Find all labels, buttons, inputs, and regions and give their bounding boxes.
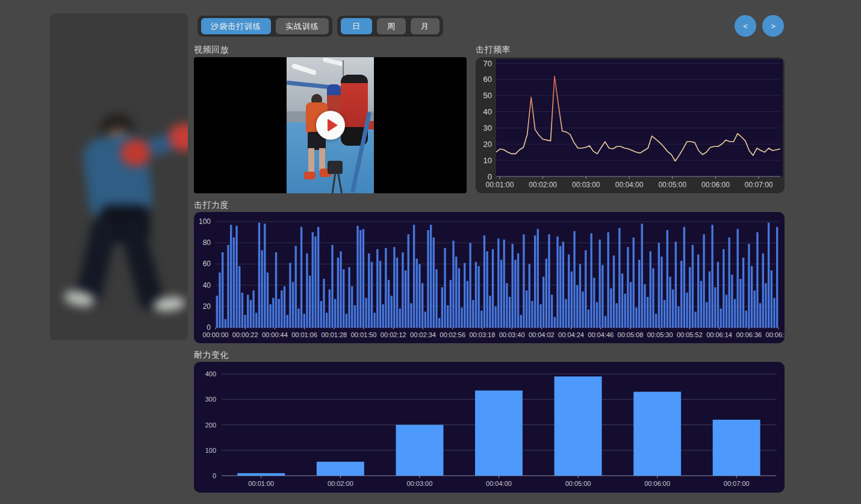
svg-text:70: 70 [483, 59, 492, 68]
svg-text:00:00:22: 00:00:22 [232, 331, 258, 338]
svg-text:00:03:00: 00:03:00 [572, 181, 600, 189]
svg-text:40: 40 [483, 107, 492, 116]
svg-text:20: 20 [203, 302, 211, 311]
video-section-title: 视频回放 [194, 45, 229, 55]
svg-text:00:02:00: 00:02:00 [529, 181, 557, 189]
force-chart: 02040608010000:00:0000:00:2200:00:4400:0… [194, 212, 785, 343]
svg-text:00:00:44: 00:00:44 [262, 331, 288, 338]
svg-text:00:04:00: 00:04:00 [615, 181, 644, 189]
svg-text:00:04:46: 00:04:46 [588, 331, 614, 338]
svg-text:00:04:24: 00:04:24 [558, 331, 584, 338]
tab-combat-training[interactable]: 实战训练 [276, 18, 329, 34]
svg-text:00:02:34: 00:02:34 [410, 331, 436, 338]
svg-text:00:06:00: 00:06:00 [644, 480, 670, 487]
svg-text:20: 20 [483, 140, 492, 149]
svg-text:00:02:00: 00:02:00 [328, 480, 353, 487]
svg-text:30: 30 [483, 123, 492, 132]
svg-text:00:02:56: 00:02:56 [440, 331, 465, 338]
svg-text:00:01:00: 00:01:00 [486, 181, 514, 189]
svg-text:00:06:36: 00:06:36 [736, 331, 762, 338]
svg-text:00:01:00: 00:01:00 [248, 480, 274, 487]
svg-text:00:05:08: 00:05:08 [618, 331, 644, 338]
svg-text:00:03:00: 00:03:00 [407, 480, 433, 487]
chevron-right-icon: > [771, 22, 776, 31]
svg-text:00:04:00: 00:04:00 [486, 480, 512, 487]
svg-text:100: 100 [205, 447, 216, 454]
svg-text:00:05:30: 00:05:30 [647, 331, 673, 338]
tab-month[interactable]: 月 [411, 18, 440, 34]
svg-text:0: 0 [488, 172, 492, 181]
svg-text:10: 10 [483, 156, 492, 165]
svg-text:00:06:58: 00:06:58 [766, 331, 785, 338]
endurance-section-title: 耐力变化 [194, 350, 229, 361]
svg-text:00:03:18: 00:03:18 [469, 331, 495, 338]
svg-text:00:07:00: 00:07:00 [724, 480, 750, 487]
tab-sandbag-training[interactable]: 沙袋击打训练 [201, 18, 271, 34]
svg-text:300: 300 [205, 396, 216, 403]
period-tabs: 日 周 月 [337, 16, 443, 37]
svg-text:00:02:12: 00:02:12 [381, 331, 406, 338]
svg-text:00:06:00: 00:06:00 [701, 181, 730, 189]
svg-text:00:05:00: 00:05:00 [658, 181, 686, 189]
endurance-chart-panel: 010020030040000:01:0000:02:0000:03:0000:… [194, 362, 785, 493]
frequency-chart: 01020304050607000:01:0000:02:0000:03:000… [476, 57, 785, 193]
training-mode-tabs: 沙袋击打训练 实战训练 [197, 16, 332, 37]
athlete-photo-panel [50, 13, 188, 340]
next-button[interactable]: > [762, 15, 784, 37]
svg-text:00:05:00: 00:05:00 [565, 480, 591, 487]
svg-text:50: 50 [483, 91, 492, 100]
svg-text:80: 80 [203, 238, 211, 247]
force-chart-panel: 02040608010000:00:0000:00:2200:00:4400:0… [194, 212, 785, 343]
tab-week[interactable]: 周 [377, 18, 406, 34]
play-icon [328, 119, 338, 132]
svg-text:0: 0 [213, 472, 216, 479]
endurance-chart: 010020030040000:01:0000:02:0000:03:0000:… [194, 362, 785, 493]
svg-text:00:00:00: 00:00:00 [203, 331, 229, 338]
svg-text:00:01:50: 00:01:50 [351, 331, 377, 338]
svg-text:00:03:40: 00:03:40 [499, 331, 525, 338]
frequency-section-title: 击打频率 [476, 45, 511, 55]
svg-text:60: 60 [203, 260, 211, 268]
svg-text:00:06:14: 00:06:14 [706, 331, 732, 338]
tab-day[interactable]: 日 [341, 18, 372, 34]
svg-text:00:05:52: 00:05:52 [677, 331, 703, 338]
force-section-title: 击打力度 [194, 200, 229, 211]
svg-text:0: 0 [207, 323, 211, 332]
svg-text:200: 200 [205, 422, 216, 429]
svg-text:00:01:06: 00:01:06 [291, 331, 317, 338]
svg-text:400: 400 [205, 370, 216, 378]
svg-text:60: 60 [483, 75, 492, 84]
svg-text:00:01:28: 00:01:28 [321, 331, 347, 338]
svg-text:00:07:00: 00:07:00 [745, 181, 773, 189]
svg-text:40: 40 [203, 281, 211, 290]
svg-text:00:04:02: 00:04:02 [529, 331, 555, 338]
video-player[interactable] [194, 57, 467, 193]
frequency-chart-panel: 01020304050607000:01:0000:02:0000:03:000… [476, 57, 785, 193]
boxer-blurred-figure [50, 13, 188, 340]
prev-button[interactable]: < [735, 15, 756, 37]
chevron-left-icon: < [743, 22, 748, 31]
svg-text:100: 100 [199, 217, 211, 226]
play-button[interactable] [316, 111, 345, 140]
